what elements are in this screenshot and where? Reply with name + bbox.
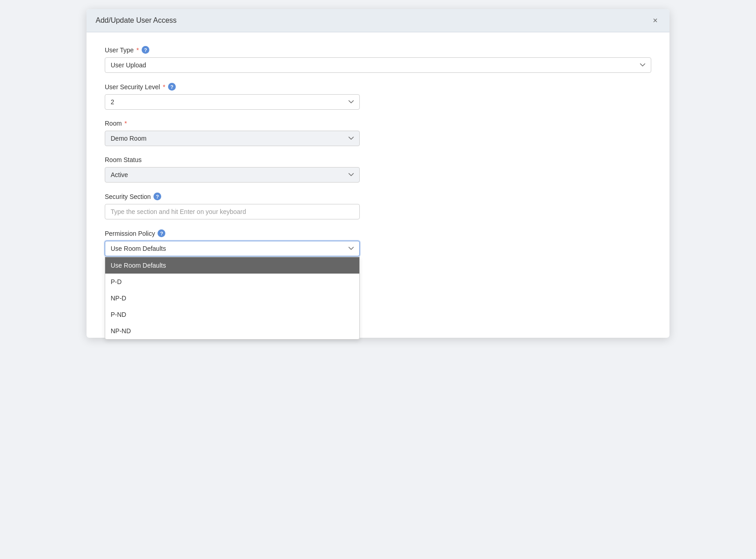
modal-title: Add/Update User Access (96, 16, 177, 25)
room-status-group: Room Status Active Inactive (105, 156, 651, 183)
security-section-group: Security Section ? (105, 193, 651, 219)
add-update-user-access-modal: Add/Update User Access × User Type * ? U… (87, 9, 669, 338)
room-select[interactable]: Demo Room Room A Room B (105, 131, 360, 146)
modal-header: Add/Update User Access × (87, 9, 669, 32)
room-status-select[interactable]: Active Inactive (105, 167, 360, 183)
permission-policy-help-icon[interactable]: ? (158, 229, 165, 237)
user-security-level-group: User Security Level * ? 1 2 3 4 (105, 83, 651, 110)
pp-item-pd[interactable]: P-D (105, 274, 359, 290)
modal-body: User Type * ? User Upload Admin Guest Us… (87, 32, 669, 338)
security-section-help-icon[interactable]: ? (153, 193, 161, 200)
pp-item-use-room-defaults[interactable]: Use Room Defaults (105, 257, 359, 274)
pp-item-npnd[interactable]: NP-ND (105, 323, 359, 339)
pp-item-pnd[interactable]: P-ND (105, 306, 359, 323)
room-status-label-text: Room Status (105, 156, 142, 163)
room-required: * (124, 120, 127, 127)
user-security-level-label: User Security Level * ? (105, 83, 651, 91)
user-security-level-select[interactable]: 1 2 3 4 (105, 94, 360, 110)
room-label-text: Room (105, 120, 122, 127)
user-security-level-label-text: User Security Level (105, 83, 160, 91)
security-section-input[interactable] (105, 204, 360, 219)
security-section-label: Security Section ? (105, 193, 651, 200)
room-status-label: Room Status (105, 156, 651, 163)
user-type-label: User Type * ? (105, 46, 651, 54)
pp-item-npd[interactable]: NP-D (105, 290, 359, 306)
permission-policy-label: Permission Policy ? (105, 229, 651, 237)
permission-policy-select[interactable]: Use Room Defaults P-D NP-D P-ND NP-ND (105, 241, 360, 256)
permission-policy-group: Permission Policy ? Use Room Defaults P-… (105, 229, 651, 256)
close-button[interactable]: × (650, 15, 660, 25)
permission-policy-dropdown-menu: Use Room Defaults P-D NP-D P-ND NP-ND (105, 257, 360, 340)
user-type-help-icon[interactable]: ? (142, 46, 149, 54)
user-type-select[interactable]: User Upload Admin Guest (105, 57, 651, 73)
user-security-level-required: * (163, 83, 165, 91)
user-security-level-help-icon[interactable]: ? (168, 83, 176, 91)
user-type-label-text: User Type (105, 46, 134, 54)
room-label: Room * (105, 120, 651, 127)
permission-policy-label-text: Permission Policy (105, 230, 155, 237)
security-section-label-text: Security Section (105, 193, 151, 200)
user-type-group: User Type * ? User Upload Admin Guest (105, 46, 651, 73)
user-type-required: * (137, 46, 139, 54)
room-group: Room * Demo Room Room A Room B (105, 120, 651, 146)
permission-policy-dropdown-wrapper: Use Room Defaults P-D NP-D P-ND NP-ND Us… (105, 241, 360, 256)
